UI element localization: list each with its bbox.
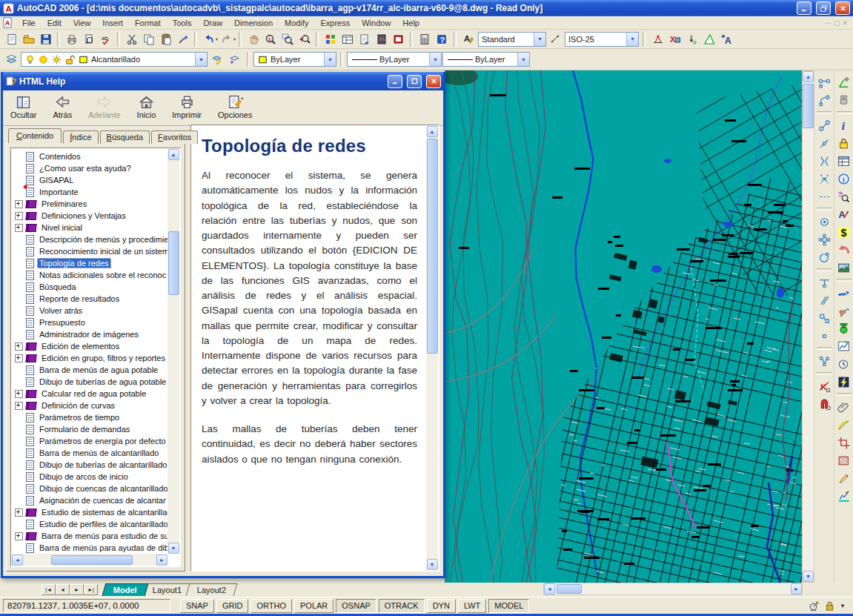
tab-contenido[interactable]: Contenido (8, 128, 62, 143)
n-cross-dot-icon[interactable] (815, 170, 833, 188)
paperclip-icon[interactable] (835, 398, 853, 416)
tree-item[interactable]: Barra de menús de alcantarillado (12, 447, 167, 459)
tree-item[interactable]: Volver atrás (12, 305, 167, 317)
tree-item[interactable]: Reconocimiento inicial de un sistem (12, 245, 167, 257)
chevron-down-icon[interactable]: ▼ (626, 33, 638, 46)
n-dashdot-icon[interactable] (815, 188, 833, 205)
sheetset-icon[interactable] (356, 31, 373, 47)
tree-item[interactable]: Barra de menús para ayudas de dib (12, 542, 167, 554)
tree-item[interactable]: Parámetros de energía por defecto (12, 435, 167, 447)
tree-item[interactable]: Dibujo de arcos de inicio (12, 471, 167, 483)
expand-plus-icon[interactable] (15, 354, 23, 362)
red-undo-icon[interactable] (835, 241, 853, 259)
chevron-down-icon[interactable]: ▼ (195, 53, 207, 66)
layer-dropdown[interactable]: Alcantarillado ▼ (21, 52, 208, 67)
imprimir-button[interactable]: Imprimir (167, 93, 206, 121)
communication-center-icon[interactable] (809, 600, 820, 612)
tree-item[interactable]: Dibujo de cuencas de alcantarillado (12, 483, 167, 494)
n-link-h-icon[interactable] (815, 73, 833, 91)
next-tab-icon[interactable]: ► (70, 584, 84, 595)
image-icon[interactable] (835, 259, 853, 276)
zoom-dyn-icon[interactable]: ± (262, 31, 279, 47)
menu-view[interactable]: View (67, 18, 97, 28)
dbconnect-icon[interactable] (390, 31, 407, 47)
inicio-button[interactable]: Inicio (133, 93, 161, 121)
tab-busqueda[interactable]: Búsqueda (100, 130, 150, 144)
toggle-grid[interactable]: GRID (216, 599, 249, 613)
crop-icon[interactable] (835, 434, 853, 451)
toggle-polar[interactable]: POLAR (294, 599, 333, 613)
n-diamond-icon[interactable] (815, 231, 833, 248)
menu-express[interactable]: Express (314, 18, 356, 28)
help-maximize-button[interactable] (407, 75, 422, 88)
zoom-win-icon[interactable] (279, 31, 296, 47)
markup-icon[interactable] (373, 31, 390, 47)
cut-icon[interactable] (123, 31, 140, 47)
calculator-icon[interactable] (416, 31, 433, 47)
tab-favoritos[interactable]: Favoritos (151, 130, 198, 144)
make-layer-current-icon[interactable] (208, 51, 225, 67)
n-circle-box-icon[interactable] (815, 309, 833, 327)
toggle-dyn[interactable]: DYN (427, 599, 456, 613)
match-icon[interactable] (174, 31, 191, 47)
drawing-vscrollbar[interactable]: ▲ ▼ (802, 70, 814, 583)
tree-item[interactable]: Estudio de sistemas de alcantarillad (12, 506, 167, 518)
properties-icon[interactable] (322, 31, 339, 47)
toggle-model[interactable]: MODEL (488, 599, 529, 613)
tree-item[interactable]: Asignación de cuencas de alcantar (12, 494, 167, 506)
new-icon[interactable] (3, 31, 20, 47)
qdim-icon[interactable] (649, 31, 666, 47)
chevron-down-icon[interactable]: ▼ (534, 33, 545, 46)
tray-arrow-icon[interactable]: ▼ (840, 603, 846, 609)
scroll-right-icon[interactable]: ► (791, 583, 802, 595)
minimize-button[interactable] (797, 1, 811, 15)
scroll-down-icon[interactable]: ▼ (168, 543, 179, 554)
content-vscroll-thumb[interactable] (427, 139, 438, 354)
menu-file[interactable]: File (16, 18, 42, 28)
n-branch-icon[interactable] (815, 352, 833, 370)
info-circle-icon[interactable]: i (835, 170, 853, 188)
help-minimize-button[interactable] (388, 75, 402, 88)
n-link-bend-icon[interactable] (815, 91, 833, 109)
toggle-osnap[interactable]: OSNAP (336, 599, 376, 613)
vscroll-thumb[interactable] (803, 84, 814, 128)
close-button[interactable] (835, 1, 850, 15)
curve-yellow-icon[interactable] (835, 416, 853, 434)
expand-plus-icon[interactable] (15, 402, 23, 410)
tree-item[interactable]: Presupuesto (12, 317, 167, 328)
search-rays-icon[interactable] (835, 188, 853, 205)
toggle-lwt[interactable]: LWT (458, 599, 486, 613)
valve-green-icon[interactable] (835, 319, 853, 337)
expand-plus-icon[interactable] (15, 509, 23, 517)
menu-help[interactable]: Help (396, 18, 425, 28)
tree-item[interactable]: Contenidos (12, 150, 167, 162)
tree-item[interactable]: Barra de menús para estudio de sup (12, 530, 167, 542)
tree-vscroll-thumb[interactable] (168, 231, 179, 295)
menu-window[interactable]: Window (356, 18, 396, 28)
tree-item[interactable]: Estudio de perfiles de alcantarillado (12, 518, 167, 530)
menu-tools[interactable]: Tools (167, 18, 198, 28)
layer-color-swatch[interactable] (78, 54, 89, 65)
tree-item[interactable]: Parámetros de tiempo (12, 411, 167, 423)
help-icon[interactable]: ? (433, 31, 450, 47)
tree-hscrollbar[interactable]: ◄ ► (12, 554, 167, 566)
dim-text-icon[interactable] (683, 31, 700, 47)
robot-icon[interactable] (835, 91, 853, 109)
expand-plus-icon[interactable] (15, 224, 23, 232)
tree-item[interactable]: Dibujo de tuberías de agua potable (12, 376, 167, 388)
no-k-icon[interactable]: K (815, 377, 833, 395)
tab-model[interactable]: Model (102, 583, 149, 596)
layer-vpfreeze-icon[interactable] (51, 54, 62, 65)
layer-on-icon[interactable] (24, 54, 36, 65)
hscroll-thumb[interactable] (557, 584, 582, 594)
chevron-down-icon[interactable]: ▼ (429, 53, 441, 66)
content-vscrollbar[interactable]: ▲ ▼ (426, 126, 438, 570)
expand-plus-icon[interactable] (15, 532, 23, 540)
designcenter-icon[interactable] (339, 31, 356, 47)
menu-insert[interactable]: Insert (96, 18, 129, 28)
dim-style-icon[interactable] (547, 31, 564, 47)
toolbar-lock-icon[interactable] (824, 600, 835, 612)
tab-indice[interactable]: Índice (63, 130, 98, 144)
tree-item[interactable]: ¿Como usar esta ayuda? (12, 162, 167, 174)
pen-icon[interactable] (835, 469, 853, 487)
